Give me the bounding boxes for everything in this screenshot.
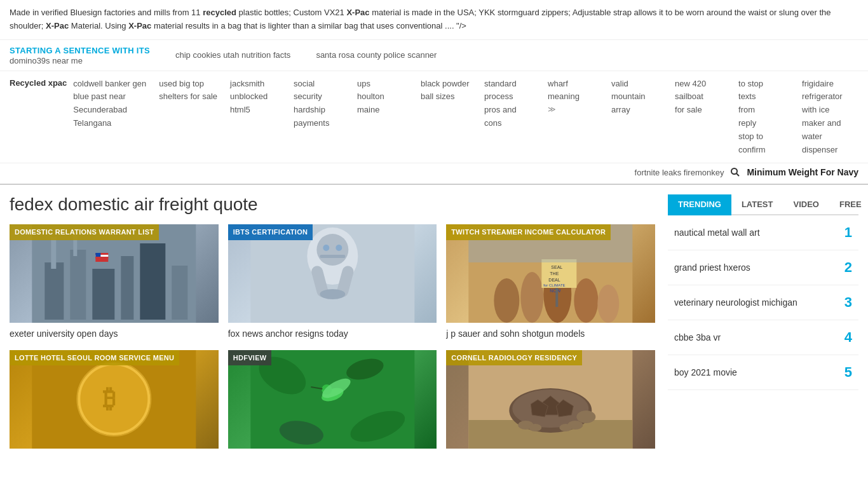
kw-col-11[interactable]: to stop texts from reply stop to confirm (738, 78, 789, 157)
trending-num-4: 4 (833, 329, 852, 346)
trending-text-5: boy 2021 movie (674, 367, 833, 378)
keyword-label: Recycled xpac (10, 78, 67, 157)
article-card-4[interactable]: ₿ LOTTE HOTEL SEOUL ROOM SERVICE MENU (10, 350, 219, 454)
svg-text:₿: ₿ (103, 384, 116, 412)
left-content: fedex domestic air freight quote (10, 194, 668, 454)
svg-line-1 (736, 173, 739, 176)
main-content: fedex domestic air freight quote (0, 185, 868, 463)
search-bar: fortnite leaks firemonkey Minimum Weight… (0, 163, 868, 185)
svg-rect-14 (95, 253, 100, 257)
svg-text:DEAL: DEAL (549, 278, 560, 282)
link-santa-rosa[interactable]: santa rosa county police scanner (316, 50, 437, 60)
trending-item-4[interactable]: cbbe 3ba vr 4 (668, 320, 858, 355)
kw-col-8[interactable]: wharf meaning ≫ (548, 78, 599, 157)
article-thumb-1: DOMESTIC RELATIONS WARRANT LIST (10, 224, 219, 323)
article-caption-3: j p sauer and sohn shotgun models (446, 328, 655, 341)
trending-text-2: grand priest hxeros (674, 262, 833, 273)
article-label-3: TWITCH STREAMER INCOME CALCULATOR (446, 224, 611, 240)
trending-num-5: 5 (833, 364, 852, 381)
article-label-6: CORNELL RADIOLOGY RESIDENCY (446, 350, 582, 365)
svg-point-17 (316, 234, 348, 266)
kw-col-9[interactable]: valid mountain array (611, 78, 662, 157)
article-card-1[interactable]: DOMESTIC RELATIONS WARRANT LIST exeter u… (10, 224, 219, 341)
trending-list: nautical metal wall art 1 grand priest h… (668, 215, 858, 390)
svg-rect-3 (44, 262, 64, 320)
kw-col-4[interactable]: social security hardship payments (294, 78, 344, 157)
kw-col-2[interactable]: used big top shelters for sale (159, 78, 217, 157)
article-label-1: DOMESTIC RELATIONS WARRANT LIST (10, 224, 159, 240)
tab-video[interactable]: VIDEO (783, 194, 829, 215)
article-label-2: IBTS CERTIFICATION (228, 224, 313, 240)
min-weight-link[interactable]: Minimum Weight For Navy (747, 167, 858, 177)
article-label-4: LOTTE HOTEL SEOUL ROOM SERVICE MENU (10, 350, 179, 365)
article-card-5[interactable]: HDFVIEW (228, 350, 437, 454)
svg-point-62 (560, 424, 573, 431)
svg-rect-36 (556, 288, 559, 307)
svg-rect-20 (320, 255, 345, 258)
kw-col-5[interactable]: ups houlton maine (357, 78, 408, 157)
svg-rect-6 (121, 256, 133, 320)
links-bar: STARTING A SENTENCE WITH ITS domino39s n… (0, 40, 868, 71)
svg-rect-8 (172, 266, 187, 320)
svg-point-23 (320, 289, 345, 299)
kw-col-7[interactable]: standard process pros and cons (484, 78, 535, 157)
article-caption-1: exeter university open days (10, 328, 219, 341)
trending-num-3: 3 (833, 294, 852, 311)
search-icon[interactable] (730, 167, 740, 177)
keyword-table: Recycled xpac coldwell banker gen blue p… (0, 71, 868, 164)
article-thumb-6: CORNELL RADIOLOGY RESIDENCY (446, 350, 655, 449)
tab-free[interactable]: FREE (829, 194, 868, 215)
svg-point-26 (521, 272, 544, 323)
article-card-6[interactable]: CORNELL RADIOLOGY RESIDENCY (446, 350, 655, 454)
article-card-2[interactable]: IBTS CERTIFICATION fox news anchor resig… (228, 224, 437, 341)
expand-arrow[interactable]: ≫ (548, 104, 599, 116)
search-query-text: fortnite leaks firemonkey (635, 168, 724, 177)
trending-text-4: cbbe 3ba vr (674, 332, 833, 343)
tab-latest[interactable]: LATEST (731, 194, 783, 215)
article-card-3[interactable]: SEAL THE DEAL for CLIMATE NOW TWITCH STR… (446, 224, 655, 341)
articles-grid: DOMESTIC RELATIONS WARRANT LIST exeter u… (10, 224, 655, 454)
article-thumb-5: HDFVIEW (228, 350, 437, 449)
trending-item-5[interactable]: boy 2021 movie 5 (668, 355, 858, 390)
article-label-5: HDFVIEW (228, 350, 272, 365)
svg-rect-9 (51, 237, 56, 269)
svg-rect-7 (140, 243, 165, 320)
trending-text-1: nautical metal wall art (674, 227, 833, 238)
trending-num-1: 1 (833, 224, 852, 241)
keyword-columns: coldwell banker gen blue past near Secun… (73, 78, 853, 157)
trending-item-1[interactable]: nautical metal wall art 1 (668, 215, 858, 250)
link-chip-cookies[interactable]: chip cookies utah nutrition facts (175, 50, 290, 60)
kw-col-12[interactable]: frigidaire refrigerator with ice maker a… (802, 78, 853, 157)
svg-point-61 (529, 424, 542, 431)
svg-rect-4 (70, 250, 86, 320)
svg-text:THE: THE (550, 271, 559, 276)
tabs-bar: TRENDING LATEST VIDEO FREE (668, 194, 858, 215)
article-thumb-2: IBTS CERTIFICATION (228, 224, 437, 323)
article-thumb-3: SEAL THE DEAL for CLIMATE NOW TWITCH STR… (446, 224, 655, 323)
trending-item-3[interactable]: veterinary neurologist michigan 3 (668, 285, 858, 320)
kw-col-10[interactable]: new 420 sailboat for sale (675, 78, 726, 157)
svg-text:SEAL: SEAL (552, 265, 563, 269)
link-sub: domino39s near me (10, 56, 83, 65)
svg-point-29 (598, 285, 620, 323)
svg-point-18 (323, 245, 329, 251)
right-sidebar: TRENDING LATEST VIDEO FREE nautical meta… (668, 194, 858, 454)
svg-text:NOW: NOW (550, 288, 562, 293)
svg-point-19 (336, 245, 342, 251)
page-title: fedex domestic air freight quote (10, 194, 655, 215)
kw-col-6[interactable]: black powder ball sizes (421, 78, 471, 157)
kw-col-3[interactable]: jacksmith unblocked html5 (230, 78, 281, 157)
svg-rect-13 (95, 257, 108, 259)
trending-num-2: 2 (833, 259, 852, 276)
article-thumb-4: ₿ LOTTE HOTEL SEOUL ROOM SERVICE MENU (10, 350, 219, 449)
trending-item-2[interactable]: grand priest hxeros 2 (668, 250, 858, 285)
trending-text-3: veterinary neurologist michigan (674, 297, 833, 308)
svg-point-25 (494, 278, 520, 323)
kw-col-1[interactable]: coldwell banker gen blue past near Secun… (73, 78, 146, 157)
link-starting-sentence[interactable]: STARTING A SENTENCE WITH ITS (10, 46, 150, 55)
top-description: Made in verified Bluesign factories and … (0, 0, 868, 40)
svg-point-28 (574, 278, 599, 323)
tab-trending[interactable]: TRENDING (668, 194, 731, 215)
svg-text:for CLIMATE: for CLIMATE (544, 283, 566, 287)
svg-point-0 (731, 168, 737, 174)
